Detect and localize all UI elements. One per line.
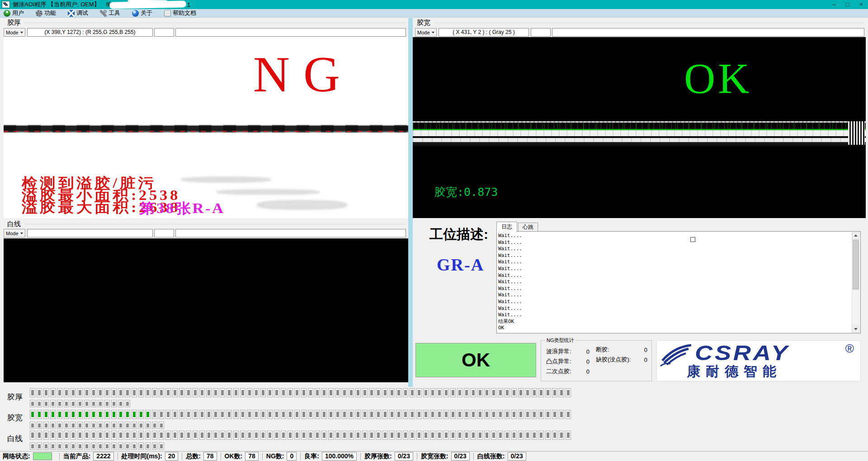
indicator-cell [138,410,144,419]
mode-dropdown-glue-thickness[interactable]: Mode [4,28,25,37]
minimize-button[interactable]: – [827,0,841,9]
indicator-cell [226,388,232,397]
toolbar-box [154,229,174,238]
tab-heartbeat[interactable]: 心跳 [518,223,538,232]
menu-item-debug[interactable]: 调试 [68,9,88,17]
scrollbar-thumb[interactable] [853,240,859,290]
indicator-cell [281,388,286,397]
indicator-cell [145,422,151,429]
indicator-cell [30,410,35,419]
indicator-cell [91,400,96,407]
menu-item-function[interactable]: 功能 [36,9,56,17]
pixel-info-white-line [27,229,153,238]
indicator-cell [152,422,157,429]
maximize-button[interactable]: □ [841,0,854,9]
status-value: 0/23 [395,452,413,461]
menu-item-tools[interactable]: 工具 [100,9,120,17]
indicator-cell [98,388,103,397]
indicator-cell [518,431,524,440]
panel-splitter [408,18,413,387]
indicator-cell [71,422,76,429]
indicator-cell [369,388,374,397]
menu-item-label: 功能 [44,9,56,17]
menu-item-user[interactable]: 用户 [4,9,24,17]
indicator-cell [125,388,130,397]
scroll-up-icon[interactable] [852,232,859,239]
indicator-cell [247,410,252,419]
indicator-cell [301,388,307,397]
indicator-cell [430,388,435,397]
indicator-cell [443,431,449,440]
glue-line-strip [413,121,866,147]
glue-thickness-image[interactable]: NG 检测到溢胶/脏污 溢胶最小面积:2538 溢胶最大面积:2638 第38张… [4,37,408,218]
indicator-cell [566,410,571,419]
panel-title-white-line: 白线 [7,220,21,228]
indicator-cell [491,388,496,397]
indicator-cell [125,442,130,450]
indicator-cell [77,388,83,397]
indicator-cell [37,442,42,450]
indicator-cell [206,431,212,440]
window-controls: – □ × [827,0,868,9]
indicator-cell [213,431,218,440]
indicator-cell [505,388,510,397]
tab-log[interactable]: 日志 [496,222,517,232]
ng-stats-col2: 断胶:0缺胶(没点胶):0 [596,345,647,365]
indicator-cell [260,410,266,419]
indicator-cell [138,422,144,429]
indicator-cell [172,431,178,440]
indicator-cell [477,388,483,397]
menu-item-label: 工具 [108,9,120,17]
indicator-cell [254,410,259,419]
menu-item-help[interactable]: 帮助文档 [164,9,196,17]
indicator-cell [355,388,361,397]
window-title-suffix: 1 [187,1,190,8]
glue-width-image[interactable]: OK 胶宽:0.873 [413,37,866,218]
mode-dropdown-glue-width[interactable]: Mode [415,28,437,37]
status-value: 0/23 [508,452,526,461]
divider [417,453,417,460]
ng-stat-value: 0 [586,368,590,375]
indicator-cell [260,388,266,397]
indicator-cell [376,431,381,440]
indicator-cell [559,388,564,397]
indicator-cell [98,431,103,440]
scroll-down-icon[interactable] [852,325,859,333]
indicator-cell [43,400,49,407]
log-scrollbar[interactable] [852,232,860,333]
menu-item-about[interactable]: 关于 [132,9,152,17]
indicator-cell [159,431,164,440]
indicator-cell [64,410,69,419]
indicator-cell [294,431,300,440]
ng-stat-row: 二次点胶:0 [546,366,590,376]
ng-stat-row: 波浪异常:0 [546,347,590,356]
indicator-cell [226,410,232,419]
indicator-cell [98,442,103,450]
indicator-cell [308,410,313,419]
indicator-cell [71,400,76,407]
indicator-cell [98,410,103,419]
mode-dropdown-white-line[interactable]: Mode [4,229,25,238]
close-button[interactable]: × [854,0,868,9]
status-label: 胶宽张数: [421,452,448,461]
window-title: 侧涂AOI程序 【当前用户: OEM】 [13,0,100,9]
indicator-cell [328,431,334,440]
indicator-cell [64,442,69,450]
log-line: Wait.... [498,266,851,272]
indicator-cell [389,431,395,440]
indicator-cell [165,431,171,440]
white-line-image[interactable] [4,238,408,382]
indicator-cell [321,431,327,440]
indicator-cell [315,431,320,440]
log-checkbox[interactable] [690,237,695,242]
indicator-cell [125,400,130,407]
indicator-cell [118,410,123,419]
overall-result-button[interactable]: OK [415,343,536,377]
ng-stat-value: 0 [644,347,647,353]
indicator-cell [111,400,117,407]
station-description-value: GR-A [437,255,484,275]
log-line: Wait.... [498,299,851,305]
indicator-cell [450,431,456,440]
indicator-cell [430,431,435,440]
toolbar-box [154,28,174,37]
